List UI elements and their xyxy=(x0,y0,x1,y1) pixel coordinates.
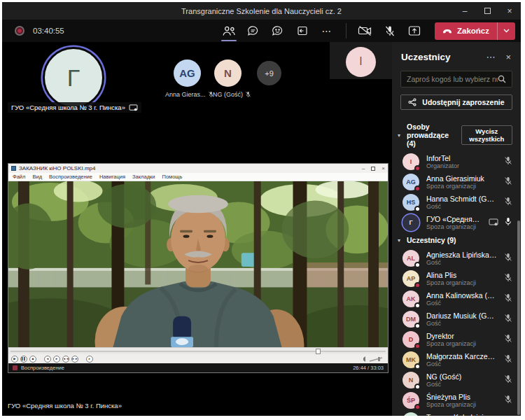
participant-thumbnail-ng[interactable]: N xyxy=(214,59,241,87)
player-menu-item[interactable]: Файл xyxy=(13,174,25,180)
presence-dot xyxy=(414,363,421,370)
participant-row[interactable]: ŚP Śnieżyna Plis Spoza organizacji xyxy=(392,390,521,410)
presence-dot xyxy=(414,206,421,212)
player-control-button[interactable]: ► xyxy=(53,356,60,363)
player-statusbar: Воспроизведение 26:44 / 33:03 xyxy=(8,363,388,372)
mic-off-icon xyxy=(504,156,512,165)
close-button[interactable]: × xyxy=(498,2,521,20)
player-control-button[interactable]: ▌▌ xyxy=(20,356,27,363)
mic-on-icon xyxy=(504,217,512,226)
chevron-down-icon xyxy=(503,29,510,33)
participant-name: Dariusz Musiuk (Gość) xyxy=(426,312,497,320)
player-control-button[interactable]: ◄◄ xyxy=(62,356,69,363)
minimize-icon: – xyxy=(463,6,468,16)
meeting-timer: 03:40:55 xyxy=(33,27,64,35)
people-icon xyxy=(222,25,236,37)
self-view-tile[interactable]: I xyxy=(330,42,392,79)
share-screen-button[interactable] xyxy=(405,21,424,41)
participant-row[interactable]: D Dyrektor Spoza organizacji xyxy=(392,329,521,349)
maximize-button[interactable] xyxy=(476,2,498,20)
mute-all-button[interactable]: Wycisz wszystkich xyxy=(461,125,512,145)
player-menu-item[interactable]: Помощь xyxy=(162,174,182,180)
mic-off-icon xyxy=(504,197,512,206)
player-menu-item[interactable]: Вид xyxy=(32,174,42,180)
more-options-button[interactable]: ⋯ xyxy=(317,21,337,41)
participant-row[interactable]: HS Hanna Schmidt (Gość) Gość xyxy=(392,192,521,212)
recording-indicator xyxy=(15,26,24,36)
toolbar-divider xyxy=(346,23,346,38)
player-time: 26:44 / 33:03 xyxy=(353,365,384,371)
mic-off-icon xyxy=(504,293,512,302)
participants-list: ▾ Osoby prowadzące (4)Wycisz wszystkichI… xyxy=(392,119,521,416)
participant-role: Gość xyxy=(426,381,497,388)
end-call-button[interactable]: Zakończ xyxy=(435,22,497,40)
presence-dot xyxy=(414,404,421,410)
participant-role: Gość xyxy=(426,360,497,368)
participants-button[interactable] xyxy=(219,21,239,41)
share-invite-button[interactable]: Udostępnij zaproszenie xyxy=(400,94,512,110)
avatar: I xyxy=(402,153,419,170)
chevron-down-icon: ▾ xyxy=(398,237,403,244)
participant-row[interactable]: I InforTel Organizator xyxy=(392,151,521,172)
shared-video-scene xyxy=(8,181,388,347)
media-player-app-icon xyxy=(11,166,16,171)
share-invite-icon xyxy=(408,98,416,106)
avatar: DM xyxy=(402,311,419,328)
mic-off-icon xyxy=(245,91,251,98)
maximize-icon xyxy=(484,8,491,14)
presence-dot xyxy=(414,323,421,329)
panel-close-button[interactable]: × xyxy=(505,52,511,62)
player-control-button[interactable]: ■ xyxy=(29,356,36,363)
participant-role: Spoza organizacji xyxy=(426,279,497,286)
mic-off-icon xyxy=(504,395,512,404)
player-controls: ▶▌▌■◄►◄◄►►▸ xyxy=(8,354,388,363)
avatar: AL xyxy=(402,250,419,267)
player-control-button[interactable]: ▸ xyxy=(86,356,93,363)
participant-row[interactable]: TK Tomasz Kołodziejczak (Gość) Gość xyxy=(392,410,521,416)
section-header[interactable]: ▾ Osoby prowadzące (4)Wycisz wszystkich xyxy=(392,119,521,151)
player-control-button[interactable]: ►► xyxy=(71,356,78,363)
active-speaker-tile[interactable]: Г xyxy=(43,47,104,108)
player-close-button[interactable]: × xyxy=(382,165,385,172)
player-control-button[interactable]: ▶ xyxy=(11,356,18,363)
minimize-button[interactable]: – xyxy=(454,2,476,20)
player-menu-item[interactable]: Навигация xyxy=(99,174,125,180)
player-maximize-button[interactable] xyxy=(371,167,375,171)
section-header[interactable]: ▾ Uczestnicy (9) xyxy=(392,232,521,248)
thumbnail-label-ng: NG (Gość) xyxy=(213,91,251,98)
participant-role: Spoza organizacji xyxy=(426,401,497,408)
participant-row[interactable]: AL Agnieszka Lipińska (Gość) Gość xyxy=(392,248,521,268)
share-tray-icon xyxy=(408,25,421,36)
player-menu-item[interactable]: Закладки xyxy=(132,174,155,180)
volume-control[interactable] xyxy=(361,356,385,363)
participant-row[interactable]: Г ГУО «Средняя школа ... Spoza organizac… xyxy=(392,212,521,232)
player-control-button[interactable]: ◄ xyxy=(44,356,51,363)
participant-thumbnail-ag[interactable]: AG xyxy=(174,59,201,87)
scrollbar[interactable] xyxy=(517,220,520,415)
participant-row[interactable]: DM Dariusz Musiuk (Gość) Gość xyxy=(392,309,521,329)
chat-button[interactable] xyxy=(244,21,263,41)
seek-thumb[interactable] xyxy=(316,349,321,354)
player-minimize-button[interactable]: – xyxy=(362,165,365,172)
participant-row[interactable]: MK Małgorzata Karczewska (Gość) Gość xyxy=(392,349,521,370)
player-seekbar[interactable] xyxy=(8,347,388,354)
end-call-options-button[interactable] xyxy=(498,22,515,40)
invite-search-input[interactable] xyxy=(407,75,498,83)
player-status-text: Воспроизведение xyxy=(21,365,64,371)
player-menu-item[interactable]: Воспроизведение xyxy=(49,174,92,180)
breakout-rooms-button[interactable] xyxy=(293,21,312,41)
mic-toggle-button[interactable] xyxy=(380,21,400,41)
participant-row[interactable]: N NG (Gość) Gość xyxy=(392,370,521,390)
participant-row[interactable]: AG Anna Gierasimiuk Spoza organizacji xyxy=(392,172,521,192)
presence-dot xyxy=(414,165,421,172)
participant-name: Anna Kalinowska (Gość) xyxy=(426,291,497,300)
camera-toggle-button[interactable] xyxy=(356,21,375,41)
participant-row[interactable]: AK Anna Kalinowska (Gość) Gość xyxy=(392,288,521,309)
participant-row[interactable]: AP Alina Plis Spoza organizacji xyxy=(392,268,521,288)
panel-more-button[interactable]: ⋯ xyxy=(486,52,495,62)
reactions-button[interactable] xyxy=(268,21,288,41)
invite-search-box xyxy=(400,71,512,88)
reactions-icon xyxy=(272,25,284,36)
overflow-count-tile[interactable]: +9 xyxy=(257,61,281,85)
participant-name: NG (Gość) xyxy=(426,372,497,381)
